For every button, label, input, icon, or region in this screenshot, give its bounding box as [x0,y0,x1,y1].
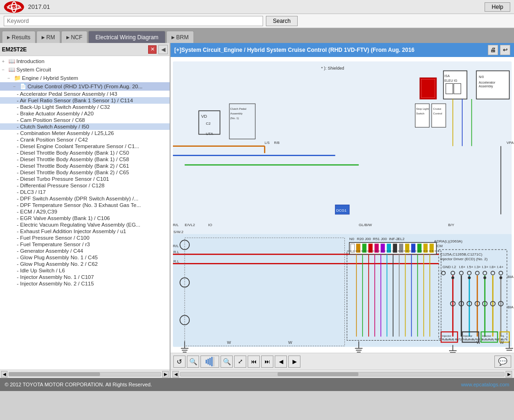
print-button[interactable]: 🖨 [488,45,498,55]
diagram-content[interactable]: * ): Shielded ISA ELEU IG N/0 Accelerato… [171,57,514,353]
list-item[interactable]: - Glow Plug Assembly No. 1 / C45 [0,254,170,261]
keyword-input[interactable] [4,16,263,26]
tree-close-button[interactable]: ✕ [148,45,157,54]
list-item[interactable]: - Diesel Throttle Body Assembly (Bank 2)… [0,169,170,176]
list-item[interactable]: - Electric Vacuum Regulating Valve Assem… [0,221,170,228]
list-item[interactable]: - DLC3 / I17 [0,189,170,195]
list-item[interactable]: − 📖 System Circuit [0,65,170,74]
svg-text:Assembly: Assembly [230,112,243,115]
website-link[interactable]: www.epcatalogs.com [461,382,509,387]
results-tab-arrow: ▶ [7,35,10,40]
list-item[interactable]: - Crank Position Sensor / C42 [0,136,170,143]
list-item[interactable]: - Fuel Temperature Sensor / r3 [0,241,170,248]
svg-text:C2: C2 [206,121,211,126]
search-button[interactable]: Search [266,16,298,26]
svg-text:R.L: R.L [173,259,179,263]
svg-text:Inj.: Inj. [501,335,505,337]
svg-text:BIA: BIA [507,305,514,309]
svg-text:W: W [227,340,231,345]
zoom-out-button[interactable]: 🔍 [187,356,199,368]
svg-text:Clutch Pedal: Clutch Pedal [230,107,246,110]
list-item[interactable]: - Brake Actuator Assembly / A20 [0,110,170,117]
tab-results[interactable]: ▶ Results [2,31,36,43]
tab-ewd[interactable]: Electrical Wiring Diagram [88,31,165,43]
next-button[interactable]: ▶ [288,356,300,368]
list-item[interactable]: + 📖 Introduction [0,57,170,65]
svg-text:I.3+: I.3+ [474,265,481,269]
status-bar: © 2012 TOYOTA MOTOR CORPORATION. All Rig… [0,378,514,391]
scroll-left-button[interactable]: ◀ [172,371,179,377]
list-item[interactable]: - EGR Valve Assembly (Bank 1) / C106 [0,215,170,221]
svg-text:ADRA(L)(2063A): ADRA(L)(2063A) [434,239,463,243]
tree-scrollbar-track[interactable] [8,372,161,377]
copyright-text: © 2012 TOYOTA MOTOR CORPORATION. All Rig… [5,382,461,387]
svg-text:Injector: Injector [442,335,451,337]
svg-text:VD: VD [201,114,207,119]
svg-text:Assembly No. 2: Assembly No. 2 [442,338,462,341]
list-item[interactable]: - Exhaust Fuel Addition Injector Assembl… [0,228,170,235]
list-item[interactable]: - Fuel Pressure Sensor / C100 [0,235,170,241]
list-item[interactable]: - Generator Assembly / C44 [0,248,170,254]
svg-text:S/W.2: S/W.2 [173,230,184,234]
list-item[interactable]: - Clutch Switch Assembly / I50 [0,123,170,130]
svg-text:R.L: R.L [173,250,179,254]
refresh-button[interactable]: ↺ [173,356,186,368]
tab-rm[interactable]: ▶ RM [36,31,60,43]
list-item[interactable]: - Diesel Throttle Body Assembly (Bank 1)… [0,149,170,156]
signal-bars[interactable] [200,356,219,368]
svg-text:I.6+: I.6+ [459,265,465,269]
external-button[interactable]: ↩ [500,45,510,55]
h-scrollbar-row: ◀ ▶ [171,370,514,378]
list-item[interactable]: - Cam Position Sensor / C68 [0,117,170,123]
svg-point-86 [500,277,502,279]
help-button[interactable]: Help [485,2,510,12]
tab-ncf[interactable]: ▶ NCF [61,31,88,43]
tree-scroll-right[interactable]: ▶ [162,371,169,377]
tab-brm[interactable]: ▶ BRM [166,31,194,43]
list-item[interactable]: - Injector Assembly No. 1 / C107 [0,274,170,280]
next-next-button[interactable]: ⏭ [261,356,273,368]
scroll-right-button[interactable]: ▶ [506,371,512,377]
tree-back-button[interactable]: ◀ [158,45,168,54]
svg-text:Control: Control [433,112,442,115]
list-item[interactable]: - Glow Plug Assembly No. 2 / C62 [0,261,170,267]
tree-horizontal-scrollbar[interactable]: ◀ ▶ [0,370,170,378]
h-scrollbar-track[interactable] [180,372,505,377]
fit-width-button[interactable]: ⤢ [234,356,246,368]
svg-point-83 [451,277,454,279]
list-item[interactable]: − 📄 Cruise Control (RHD 1VD-FTV) (From A… [0,82,170,91]
list-item[interactable]: - Diesel Turbo Pressure Sensor / C101 [0,176,170,182]
tree-scroll-left[interactable]: ◀ [1,371,7,377]
svg-text:UTA: UTA [206,132,214,136]
list-item[interactable]: − 📁 Engine / Hybrid System [0,74,170,82]
prev-prev-button[interactable]: ⏮ [248,356,260,368]
tree-panel: EM25T2E ✕ ◀ + 📖 Introduction − 📖 System … [0,43,171,378]
svg-text:J00: J00 [381,237,387,241]
svg-text:B/Y: B/Y [448,223,455,227]
list-item[interactable]: - Back-Up Light Switch Assembly / C32 [0,104,170,110]
list-item[interactable]: - Diesel Throttle Body Assembly (Bank 1)… [0,156,170,163]
list-item[interactable]: - Idle Up Switch / L6 [0,267,170,274]
svg-text:I.4+: I.4+ [497,265,504,269]
list-item[interactable]: - ECM / A29,C39 [0,208,170,215]
list-item[interactable]: - DPF Switch Assembly (DPR Switch Assemb… [0,195,170,202]
list-item[interactable]: - Injector Assembly No. 2 / C115 [0,280,170,287]
chat-button[interactable]: 💬 [494,356,511,368]
zoom-in-button[interactable]: 🔍 [221,356,233,368]
toyota-logo: TOYOTA [4,1,24,13]
list-item[interactable]: - Accelerator Pedal Sensor Assembly / I4… [0,91,170,97]
svg-text:R51: R51 [373,237,380,241]
results-tab-label: Results [12,34,30,41]
svg-text:N/0: N/0 [478,75,484,78]
svg-text:Assembly No. 3: Assembly No. 3 [482,338,502,341]
svg-text:Accelerator: Accelerator [478,81,495,84]
list-item[interactable]: - DPF Temperature Sensor (No. 3 Exhaust … [0,202,170,208]
svg-text:C125A,C1265B,C1271C): C125A,C1265B,C1271C) [440,252,483,256]
list-item[interactable]: - Diesel Engine Coolant Temperature Sens… [0,143,170,149]
list-item[interactable]: - Diesel Throttle Body Assembly (Bank 2)… [0,163,170,169]
list-item[interactable]: - Combination Meter Assembly / L25,L26 [0,130,170,136]
list-item[interactable]: - Differential Pressure Sensor / C128 [0,182,170,189]
tree-content[interactable]: + 📖 Introduction − 📖 System Circuit − 📁 … [0,56,170,370]
prev-button[interactable]: ◀ [275,356,287,368]
list-item[interactable]: - Air Fuel Ratio Sensor (Bank 1 Sensor 1… [0,97,170,104]
